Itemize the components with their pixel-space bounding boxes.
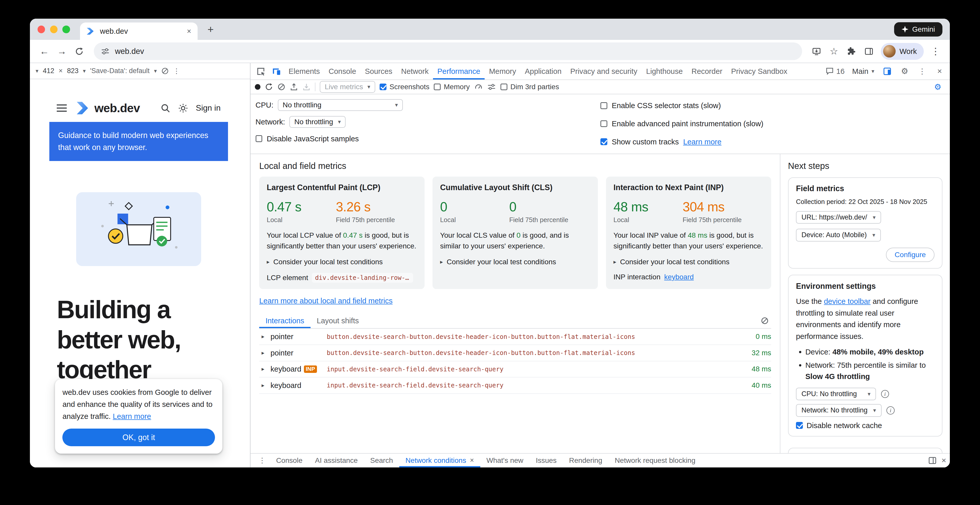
save-profile-icon[interactable] <box>302 83 310 91</box>
cpu-gauge-icon[interactable] <box>474 83 483 91</box>
tab-interactions[interactable]: Interactions <box>259 313 310 328</box>
tab-lighthouse[interactable]: Lighthouse <box>642 63 687 79</box>
interaction-row[interactable]: ▸ pointer button.devsite-search-button.d… <box>259 329 771 345</box>
env-cpu-select[interactable]: CPU: No throttling ▾ <box>796 388 876 400</box>
record-action-button[interactable]: Record ⌘ E <box>788 448 942 453</box>
interaction-node-link[interactable]: button.devsite-search-button.devsite-hea… <box>327 333 747 340</box>
toggle-device-toolbar-button[interactable] <box>269 64 284 79</box>
tab-privacy-security[interactable]: Privacy and security <box>566 63 642 79</box>
tab-privacy-sandbox[interactable]: Privacy Sandbox <box>727 63 792 79</box>
tab-recorder[interactable]: Recorder <box>687 63 727 79</box>
row-expander-icon[interactable]: ▸ <box>259 382 267 389</box>
record-reload-icon[interactable] <box>265 83 273 91</box>
gemini-button[interactable]: Gemini <box>894 22 942 37</box>
tab-console[interactable]: Console <box>324 63 360 79</box>
network-throttle-icon[interactable] <box>487 83 496 91</box>
row-expander-icon[interactable]: ▸ <box>259 366 267 372</box>
lcp-element-node-link[interactable]: div.devsite-landing-row-item-d… <box>312 273 413 283</box>
memory-checkbox[interactable]: Memory <box>434 83 470 91</box>
interaction-row[interactable]: ▸ pointer button.devsite-search-button.d… <box>259 345 771 361</box>
interaction-row[interactable]: ▸ keyboard input.devsite-search-field.de… <box>259 378 771 394</box>
search-icon[interactable] <box>161 103 170 113</box>
screenshots-checkbox[interactable]: Screenshots <box>380 83 430 91</box>
profile-chip[interactable]: Work <box>881 43 924 60</box>
css-selector-stats-checkbox[interactable]: Enable CSS selector stats (slow) <box>600 99 945 112</box>
devtools-settings-button[interactable]: ⚙ <box>897 64 913 79</box>
inp-consider-expander[interactable]: ▸ Consider your local test conditions <box>614 258 764 266</box>
theme-toggle-icon[interactable] <box>178 103 188 113</box>
hamburger-menu-icon[interactable] <box>57 104 67 113</box>
drawer-dock-icon[interactable] <box>928 456 937 465</box>
clear-icon[interactable] <box>277 83 285 91</box>
cookie-learn-more-link[interactable]: Learn more <box>113 412 151 421</box>
side-panel-button[interactable] <box>861 43 877 60</box>
new-tab-button[interactable]: + <box>202 21 219 38</box>
issues-counter[interactable]: 16 <box>823 67 847 76</box>
tab-network[interactable]: Network <box>397 63 433 79</box>
record-button[interactable] <box>255 84 261 90</box>
minimize-window-button[interactable] <box>50 25 57 33</box>
viewport-height-input[interactable]: 823 <box>67 67 78 75</box>
sign-in-link[interactable]: Sign in <box>196 103 221 113</box>
bookmark-star-icon[interactable]: ☆ <box>826 43 842 60</box>
network-throttling-select[interactable]: No throttling ▾ <box>290 116 345 128</box>
row-expander-icon[interactable]: ▸ <box>259 333 267 340</box>
tab-elements[interactable]: Elements <box>284 63 324 79</box>
dock-device-button[interactable] <box>879 64 895 79</box>
dim-3rd-parties-checkbox[interactable]: Dim 3rd parties <box>501 83 559 91</box>
back-button[interactable]: ← <box>36 43 52 60</box>
inspect-element-button[interactable] <box>253 64 269 79</box>
devtools-menu-button[interactable]: ⋮ <box>914 64 930 79</box>
drawer-tab-network-conditions[interactable]: Network conditions × <box>399 454 480 467</box>
extensions-button[interactable] <box>843 43 860 60</box>
drawer-tab-whats-new[interactable]: What's new <box>480 454 530 467</box>
metrics-learn-more-link[interactable]: Learn more about local and field metrics <box>259 297 393 305</box>
drawer-tab-close-icon[interactable]: × <box>470 456 474 464</box>
devtools-close-button[interactable]: × <box>932 64 948 79</box>
site-logo[interactable]: web.dev <box>75 101 140 115</box>
tab-layout-shifts[interactable]: Layout shifts <box>310 313 365 328</box>
performance-settings-button[interactable]: ⚙ <box>930 79 945 95</box>
viewport-width-input[interactable]: 412 <box>43 67 54 75</box>
inp-interaction-link[interactable]: keyboard <box>664 273 694 281</box>
device-toolbar-menu[interactable]: ⋮ <box>173 67 180 75</box>
drawer-tab-console[interactable]: Console <box>270 454 309 467</box>
drawer-tab-issues[interactable]: Issues <box>530 454 563 467</box>
interaction-node-link[interactable]: input.devsite-search-field.devsite-searc… <box>327 381 743 389</box>
reload-button[interactable] <box>71 43 88 60</box>
cpu-info-icon[interactable]: i <box>881 390 889 398</box>
cookie-accept-button[interactable]: OK, got it <box>62 429 215 446</box>
lcp-consider-expander[interactable]: ▸ Consider your local test conditions <box>267 258 417 266</box>
custom-tracks-learn-more-link[interactable]: Learn more <box>683 138 722 146</box>
drawer-tab-rendering[interactable]: Rendering <box>563 454 609 467</box>
save-data-select[interactable]: 'Save-Data': default <box>90 67 150 75</box>
browser-menu-button[interactable]: ⋮ <box>928 43 944 60</box>
maximize-window-button[interactable] <box>62 25 70 33</box>
forward-button[interactable]: → <box>54 43 70 60</box>
custom-tracks-checkbox[interactable]: Show custom tracks Learn more <box>600 135 945 148</box>
close-window-button[interactable] <box>38 25 45 33</box>
tab-performance[interactable]: Performance <box>433 63 485 79</box>
cpu-throttling-select[interactable]: No throttling ▾ <box>278 99 403 111</box>
field-url-select[interactable]: URL: https://web.dev/ ▾ <box>796 211 881 224</box>
context-selector[interactable]: Main ▾ <box>849 67 878 76</box>
zoom-select-caret[interactable]: ▾ <box>83 68 86 75</box>
browser-tab[interactable]: web.dev × <box>80 22 197 40</box>
drawer-tab-search[interactable]: Search <box>364 454 399 467</box>
field-device-select[interactable]: Device: Auto (Mobile) ▾ <box>796 229 881 241</box>
drawer-tab-ai-assistance[interactable]: AI assistance <box>309 454 364 467</box>
device-toolbar-link[interactable]: device toolbar <box>824 297 870 305</box>
dimensions-select-caret[interactable]: ▾ <box>35 68 38 75</box>
tab-memory[interactable]: Memory <box>485 63 520 79</box>
interaction-row[interactable]: ▸ keyboard INP input.devsite-search-fiel… <box>259 361 771 378</box>
interaction-node-link[interactable]: input.devsite-search-field.devsite-searc… <box>327 365 743 373</box>
tab-close-icon[interactable]: × <box>187 27 191 35</box>
interaction-node-link[interactable]: button.devsite-search-button.devsite-hea… <box>327 349 743 357</box>
clear-log-icon[interactable] <box>761 317 769 325</box>
tab-application[interactable]: Application <box>520 63 566 79</box>
configure-button[interactable]: Configure <box>886 248 934 262</box>
env-network-select[interactable]: Network: No throttling ▾ <box>796 404 881 417</box>
drawer-close-button[interactable]: × <box>942 456 946 465</box>
throttling-icon[interactable] <box>161 67 169 75</box>
view-mode-select[interactable]: Live metrics ▾ <box>320 81 375 93</box>
